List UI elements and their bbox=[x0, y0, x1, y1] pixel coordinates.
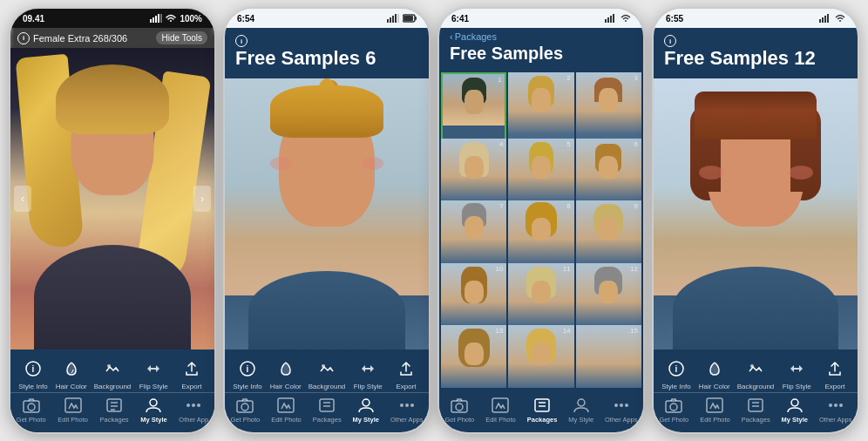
screen2-title: Free Samples 6 bbox=[235, 47, 418, 70]
back-chevron: ‹ bbox=[450, 31, 453, 42]
screen4-main-content bbox=[654, 78, 858, 349]
screen3-nav-my-style[interactable]: My Style bbox=[568, 397, 593, 424]
grid-num-1: 1 bbox=[498, 76, 501, 84]
screen2-toolbar-flip-style[interactable]: Flip Style bbox=[352, 356, 383, 390]
svg-point-69 bbox=[834, 404, 837, 407]
svg-point-9 bbox=[28, 404, 35, 410]
screen4-toolbar-background[interactable]: Background bbox=[737, 356, 775, 390]
screen4-nav-get-photo[interactable]: Get Photo bbox=[659, 397, 688, 424]
screen2-blush-right bbox=[362, 157, 383, 170]
toolbar-hair-color-label: Hair Color bbox=[56, 383, 87, 390]
grid-cell-14[interactable]: 14 bbox=[508, 325, 573, 388]
svg-rect-54 bbox=[819, 19, 821, 23]
svg-point-62 bbox=[670, 404, 677, 410]
screen2-nav-packages-label: Packages bbox=[313, 416, 342, 424]
screen4-nav-row: Get Photo Edit Photo Packages bbox=[654, 397, 858, 424]
svg-rect-42 bbox=[610, 16, 612, 23]
nav-get-photo[interactable]: Get Photo bbox=[17, 397, 46, 424]
screen4-export-label: Export bbox=[824, 383, 844, 390]
screen3-nav-got-photo-label: Got Photo bbox=[444, 416, 474, 424]
screen1: 09.41 100% i Female bbox=[9, 7, 216, 434]
hide-tools-button[interactable]: Hide Tools bbox=[156, 31, 207, 44]
screen2-nav-row: Get Photo Edit Photo Packages bbox=[225, 397, 429, 424]
screen1-battery: 100% bbox=[180, 14, 202, 24]
screen2-toolbar-background[interactable]: Background bbox=[309, 356, 346, 390]
screen2-hair-color-label: Hair Color bbox=[270, 383, 302, 390]
screen1-bottom-nav: Get Photo Edit Photo Packages bbox=[10, 392, 214, 429]
nav-other-apps[interactable]: Other App bbox=[179, 397, 208, 424]
info-icon[interactable]: i bbox=[17, 32, 30, 44]
screen4-style-info-icon: i bbox=[664, 356, 688, 381]
screen4-nav-my-style[interactable]: My Style bbox=[782, 397, 808, 424]
nav-edit-photo[interactable]: Edit Photo bbox=[58, 397, 88, 424]
grid-num-4: 4 bbox=[499, 140, 503, 148]
screen2-hair-main bbox=[270, 85, 383, 138]
svg-point-38 bbox=[405, 404, 409, 407]
screen1-header: i Female Extra 268/306 Hide Tools bbox=[10, 28, 214, 48]
svg-point-53 bbox=[625, 404, 628, 407]
screen2-toolbar-style-info[interactable]: i Style Info bbox=[232, 356, 263, 390]
grid-num-3: 3 bbox=[634, 74, 638, 82]
screen4-blush-right bbox=[789, 166, 813, 180]
my-style-icon bbox=[143, 397, 164, 414]
svg-point-52 bbox=[620, 404, 623, 407]
screen1-bottom-toolbar: i Style Info Hair Color Background bbox=[10, 349, 214, 432]
svg-rect-0 bbox=[150, 19, 152, 23]
grid-cell-15[interactable]: 15 bbox=[576, 325, 641, 388]
screen4-wifi-icon bbox=[835, 14, 845, 23]
screen1-title: Female Extra 268/306 bbox=[33, 33, 127, 44]
svg-point-67 bbox=[791, 399, 798, 406]
nav-packages[interactable]: Packages bbox=[100, 397, 129, 424]
screen4-toolbar-export[interactable]: Export bbox=[819, 356, 851, 390]
screen4-toolbar-flip-style[interactable]: Flip Style bbox=[781, 356, 812, 390]
screen3-nav-edit-photo[interactable]: Edit Photo bbox=[485, 397, 516, 424]
screen2-nav-my-style[interactable]: My Style bbox=[353, 397, 379, 424]
screen2-nav-get-photo[interactable]: Get Photo bbox=[230, 397, 260, 424]
screen3-my-style-icon bbox=[571, 397, 592, 414]
svg-point-31 bbox=[241, 404, 248, 410]
toolbar-style-info[interactable]: i Style Info bbox=[17, 356, 49, 390]
screen4-get-photo-icon bbox=[663, 397, 684, 414]
svg-point-29 bbox=[322, 364, 325, 368]
screen3-nav-packages[interactable]: Packages bbox=[527, 397, 558, 424]
screen3-back-link[interactable]: ‹ Packages bbox=[450, 31, 633, 42]
screen4-status-bar: 6:55 bbox=[654, 9, 858, 28]
prev-arrow[interactable]: ‹ bbox=[14, 186, 31, 212]
svg-point-7 bbox=[107, 364, 111, 368]
screen4-nav-other-apps[interactable]: Other Apps bbox=[819, 397, 852, 424]
screen4-toolbar-style-info[interactable]: i Style Info bbox=[661, 356, 692, 390]
screen4-info-icon[interactable]: i bbox=[664, 35, 676, 47]
svg-rect-40 bbox=[605, 19, 607, 23]
screen3-bottom-toolbar: Got Photo Edit Photo Packages bbox=[439, 388, 643, 432]
screen3-nav-got-photo[interactable]: Got Photo bbox=[444, 397, 474, 424]
screen4-nav-edit-photo[interactable]: Edit Photo bbox=[700, 397, 730, 424]
svg-point-15 bbox=[150, 399, 157, 406]
toolbar-hair-color[interactable]: Hair Color bbox=[56, 356, 87, 390]
nav-my-style[interactable]: My Style bbox=[140, 397, 166, 424]
toolbar-flip-style[interactable]: Flip Style bbox=[138, 356, 169, 390]
screen4-nav-packages[interactable]: Packages bbox=[742, 397, 770, 424]
screen2-nav-other-apps[interactable]: Other Apps bbox=[390, 397, 424, 424]
screen1-header-left: i Female Extra 268/306 bbox=[17, 32, 127, 44]
grid-num-12: 12 bbox=[630, 265, 638, 273]
grid-cell-13[interactable]: 13 bbox=[441, 325, 506, 388]
screen4-toolbar-hair-color[interactable]: Hair Color bbox=[699, 356, 730, 390]
screenshots-container: 09.41 100% i Female bbox=[2, 0, 866, 441]
toolbar-background[interactable]: Background bbox=[94, 356, 132, 390]
screen2-toolbar-export[interactable]: Export bbox=[390, 356, 422, 390]
svg-rect-22 bbox=[395, 14, 397, 23]
screen2-toolbar-hair-color[interactable]: Hair Color bbox=[270, 356, 302, 390]
screen3-nav-other-apps[interactable]: Other Apps bbox=[605, 397, 638, 424]
screen2-nav-packages[interactable]: Packages bbox=[313, 397, 342, 424]
next-arrow[interactable]: › bbox=[193, 186, 211, 212]
screen4-style-info-label: Style Info bbox=[661, 383, 690, 390]
screen1-status-bar: 09.41 100% bbox=[10, 9, 214, 28]
svg-rect-64 bbox=[749, 399, 763, 411]
screen3: 6:41 ‹ Packages Free Sampl bbox=[437, 7, 645, 434]
screen4-time: 6:55 bbox=[666, 14, 683, 24]
toolbar-export[interactable]: Export bbox=[176, 356, 207, 390]
screen2-bottom-nav: Get Photo Edit Photo Packages bbox=[225, 392, 429, 429]
screen2-nav-edit-photo[interactable]: Edit Photo bbox=[271, 397, 302, 424]
screen2-info-icon[interactable]: i bbox=[235, 35, 248, 47]
screen1-status-right: 100% bbox=[150, 14, 202, 24]
